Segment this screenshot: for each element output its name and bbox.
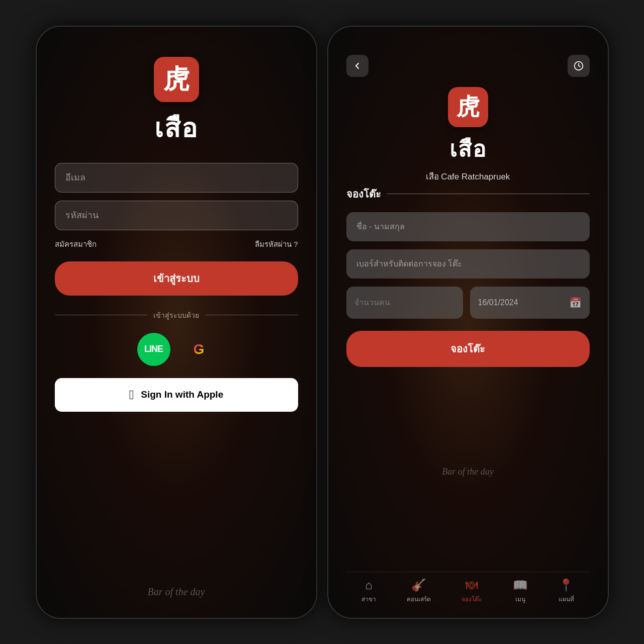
back-button[interactable]	[346, 55, 369, 77]
app-name: เสือ	[154, 107, 198, 149]
history-button[interactable]	[568, 55, 590, 77]
nav-label-concert: คอนเสร์ต	[407, 594, 431, 604]
bar-of-day-right: Bar of the day	[442, 467, 493, 477]
app-logo: 虎	[154, 57, 199, 102]
left-phone: 虎 เสือ สมัครสมาชิก ลืมรหัสผ่าน ? เข้าสู่…	[36, 26, 317, 619]
social-icons: LINE G	[137, 333, 216, 366]
line-icon: LINE	[144, 344, 163, 354]
nav-item-concert[interactable]: 🎸 คอนเสร์ต	[407, 578, 431, 604]
password-input[interactable]	[55, 201, 298, 230]
nav-item-menu[interactable]: 📖 เมนู	[513, 578, 528, 604]
section-header: จองโต๊ะ	[346, 186, 590, 202]
bar-of-day-label: Bar of the day	[148, 586, 205, 598]
concert-icon: 🎸	[411, 578, 426, 592]
calendar-icon: 📅	[569, 297, 582, 309]
nav-label-branch: สาขา	[361, 594, 376, 604]
google-icon: G	[194, 341, 205, 357]
home-icon: ⌂	[365, 578, 373, 592]
app-name-right: เสือ	[449, 131, 487, 166]
map-icon: 📍	[559, 578, 574, 592]
date-value: 16/01/2024	[478, 298, 518, 307]
nav-item-reserve[interactable]: 🍽 จองโต๊ะ	[462, 578, 482, 604]
app-logo-right: 虎	[448, 87, 488, 127]
reserve-button[interactable]: จองโต๊ะ	[346, 331, 590, 367]
email-input[interactable]	[55, 163, 298, 193]
logo-character-right: 虎	[456, 96, 480, 119]
phone-input[interactable]	[346, 249, 590, 279]
line-signin-button[interactable]: LINE	[137, 333, 170, 366]
apple-signin-text: Sign In with Apple	[141, 389, 223, 400]
nav-item-map[interactable]: 📍 แผนที่	[559, 578, 574, 604]
bottom-navigation: ⌂ สาขา 🎸 คอนเสร์ต 🍽 จองโต๊ะ 📖 เมนู 📍 แผน…	[346, 572, 590, 604]
divider-text: เข้าสู่ระบบด้วย	[153, 310, 199, 321]
divider-line-right	[205, 315, 298, 315]
nav-label-menu: เมนู	[515, 594, 525, 604]
login-button[interactable]: เข้าสู่ระบบ	[55, 261, 298, 296]
logo-character: 虎	[163, 66, 190, 93]
section-divider	[387, 194, 590, 194]
top-navigation	[346, 55, 590, 77]
links-row: สมัครสมาชิก ลืมรหัสผ่าน ?	[55, 238, 298, 250]
register-link[interactable]: สมัครสมาชิก	[55, 238, 97, 250]
reserve-icon: 🍽	[466, 578, 478, 592]
nav-label-map: แผนที่	[559, 594, 574, 604]
google-signin-button[interactable]: G	[182, 333, 216, 366]
cafe-name: เสือ Cafe Ratchapruek	[426, 169, 510, 183]
divider-line-left	[55, 315, 148, 315]
people-input[interactable]	[346, 287, 463, 319]
right-phone: 虎 เสือ เสือ Cafe Ratchapruek จองโต๊ะ 16/…	[327, 26, 609, 619]
divider: เข้าสู่ระบบด้วย	[55, 310, 298, 321]
section-label: จองโต๊ะ	[346, 186, 381, 202]
menu-icon: 📖	[513, 578, 528, 592]
people-date-row: 16/01/2024 📅	[346, 287, 590, 319]
forgot-password-link[interactable]: ลืมรหัสผ่าน ?	[255, 238, 298, 250]
nav-label-reserve: จองโต๊ะ	[462, 594, 482, 604]
name-input[interactable]	[346, 212, 590, 241]
apple-icon: 	[129, 387, 134, 403]
date-picker[interactable]: 16/01/2024 📅	[470, 287, 590, 319]
nav-item-branch[interactable]: ⌂ สาขา	[361, 578, 376, 604]
apple-signin-button[interactable]:  Sign In with Apple	[55, 378, 298, 412]
